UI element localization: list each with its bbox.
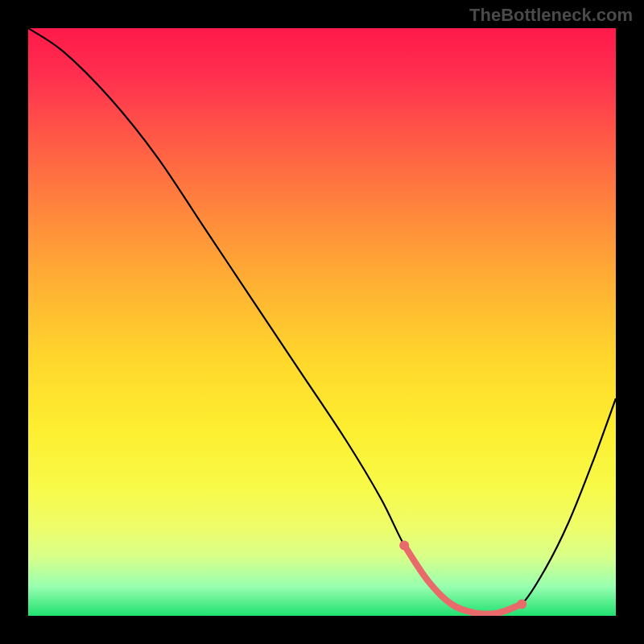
chart-svg [28,28,616,616]
watermark-text: TheBottleneck.com [469,5,633,26]
optimal-range-start-dot [399,540,409,550]
chart-plot-area [28,28,616,616]
bottleneck-curve [28,28,616,614]
optimal-range-end-dot [517,599,526,609]
optimal-range-highlight [404,545,522,613]
